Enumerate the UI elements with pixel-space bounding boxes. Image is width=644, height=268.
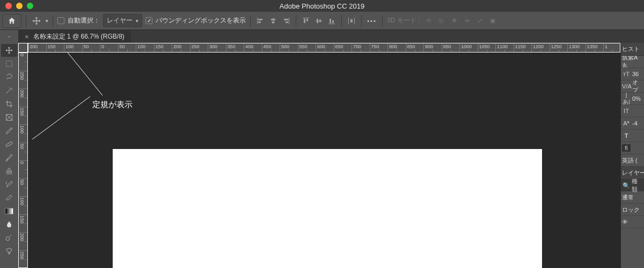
eyedropper-tool[interactable]	[1, 124, 17, 137]
tracking-row[interactable]: |あ|0%	[621, 93, 644, 105]
tracking-icon: |あ|	[622, 93, 631, 105]
ruler-tick: 50	[19, 143, 27, 161]
tools-collapse-toggle[interactable]: »	[0, 30, 18, 43]
ruler-tick: 100	[19, 197, 27, 215]
text-style-row[interactable]: T	[621, 130, 644, 142]
ruler-tick: 150	[19, 215, 27, 233]
document-tab[interactable]: × 名称未設定 1 @ 66.7% (RGB/8)	[18, 30, 131, 43]
ruler-tick: 100	[136, 43, 155, 52]
move-tool-indicator[interactable]	[31, 15, 42, 27]
tool-preset-chevron-icon[interactable]: ▾	[46, 18, 48, 24]
gradient-tool[interactable]	[1, 205, 17, 218]
svg-rect-14	[319, 19, 321, 22]
font-size-row[interactable]: тT36	[621, 68, 644, 80]
document-viewport[interactable]: 定規が表示	[28, 53, 620, 268]
chevron-down-icon: ▾	[136, 18, 138, 24]
blur-tool[interactable]	[1, 218, 17, 231]
ruler-tick: 750	[370, 43, 389, 52]
more-options-button[interactable]: •••	[366, 15, 378, 27]
scale-3d-button[interactable]: ⤢	[474, 16, 485, 26]
auto-select-target-dropdown[interactable]: レイヤー ▾	[103, 14, 142, 27]
align-right-button[interactable]	[281, 16, 291, 26]
ligature-row[interactable]: fi	[621, 142, 644, 154]
roll-3d-button[interactable]: ◎	[436, 16, 447, 26]
blend-mode-row[interactable]: 通常	[621, 191, 644, 204]
distribute-icon	[348, 17, 355, 25]
dodge-icon	[5, 234, 13, 242]
horizontal-ruler[interactable]: 2001501005005010015020025030035040045050…	[28, 43, 620, 53]
move-icon	[5, 46, 13, 55]
history-brush-icon	[5, 180, 13, 189]
ruler-tick: 1000	[460, 43, 478, 52]
eraser-icon	[5, 193, 13, 202]
distribute-button[interactable]	[346, 16, 357, 26]
healing-tool[interactable]	[1, 138, 17, 151]
close-tab-button[interactable]: ×	[25, 33, 29, 41]
layer-filter-row[interactable]: 🔍 種類	[621, 180, 644, 191]
vertical-scale-row[interactable]: IT	[621, 105, 644, 117]
align-top-button[interactable]	[301, 16, 311, 26]
right-panels: ヒスト 筑紫A丸 тT36 V/Aオプ |あ|0% IT Aª-4 T fi 英…	[620, 43, 644, 268]
align-hcenter-button[interactable]	[268, 16, 279, 26]
home-button[interactable]	[2, 14, 21, 28]
show-bbox-checkbox[interactable]	[145, 17, 152, 24]
eraser-tool[interactable]	[1, 191, 17, 204]
quick-select-tool[interactable]	[1, 84, 17, 97]
vertical-ruler[interactable]: 025020015010050050100150200250300	[18, 53, 28, 268]
annotation-line-2	[32, 96, 90, 139]
visibility-icon[interactable]: 👁	[622, 219, 628, 225]
ruler-tick: 150	[155, 43, 173, 52]
camera-3d-button[interactable]: ▣	[487, 16, 498, 26]
ruler-origin[interactable]	[18, 43, 28, 53]
ruler-tick: 200	[172, 43, 191, 52]
document-tab-label: 名称未設定 1 @ 66.7% (RGB/8)	[33, 32, 125, 41]
ruler-tick: 500	[280, 43, 298, 52]
align-vcenter-button[interactable]	[313, 16, 324, 26]
stamp-tool[interactable]	[1, 165, 17, 177]
history-panel-tab[interactable]: ヒスト	[621, 43, 644, 56]
title-bar: Adobe Photoshop CC 2019	[0, 0, 644, 12]
marquee-tool[interactable]	[1, 57, 17, 70]
slide-3d-button[interactable]: ⇔	[462, 16, 472, 26]
align-vertical-group	[301, 16, 337, 26]
lasso-icon	[5, 73, 13, 81]
pan-3d-button[interactable]: ✥	[449, 16, 459, 26]
crop-tool[interactable]	[1, 98, 17, 110]
stamp-icon	[5, 167, 13, 175]
close-window-button[interactable]	[5, 3, 12, 9]
svg-rect-23	[5, 142, 13, 147]
svg-rect-16	[330, 19, 331, 23]
ruler-tick: 200	[28, 43, 47, 52]
baseline-row[interactable]: Aª-4	[621, 117, 644, 130]
maximize-window-button[interactable]	[27, 3, 33, 9]
kerning-icon: V/A	[622, 83, 631, 90]
svg-rect-11	[306, 19, 308, 21]
language-row[interactable]: 英語 (	[621, 154, 644, 167]
history-brush-tool[interactable]	[1, 178, 17, 191]
canvas-document[interactable]	[113, 149, 542, 268]
move-tool[interactable]	[1, 44, 17, 57]
svg-rect-20	[350, 19, 353, 23]
font-size-icon: тT	[622, 71, 631, 77]
dodge-tool[interactable]	[1, 232, 17, 244]
tab-bar-wrap: » × 名称未設定 1 @ 66.7% (RGB/8)	[0, 30, 644, 43]
ruler-tick: 1200	[532, 43, 550, 52]
align-bottom-button[interactable]	[326, 16, 337, 26]
align-right-icon	[282, 17, 290, 25]
wand-icon	[5, 86, 13, 95]
lock-row[interactable]: ロック	[621, 204, 644, 216]
svg-rect-21	[6, 61, 12, 67]
pen-tool[interactable]	[1, 245, 17, 258]
lasso-tool[interactable]	[1, 71, 17, 84]
kerning-row[interactable]: V/Aオプ	[621, 80, 644, 93]
ruler-tick: 300	[208, 43, 226, 52]
brush-tool[interactable]	[1, 151, 17, 164]
auto-select-checkbox[interactable]	[57, 17, 64, 24]
frame-tool[interactable]	[1, 111, 17, 124]
layer-row[interactable]: 👁	[621, 216, 644, 228]
align-left-button[interactable]	[255, 16, 266, 26]
font-family-row[interactable]: 筑紫A丸	[621, 56, 644, 68]
window-controls	[5, 3, 33, 9]
orbit-3d-button[interactable]: ⟲	[423, 16, 434, 26]
minimize-window-button[interactable]	[16, 3, 23, 9]
